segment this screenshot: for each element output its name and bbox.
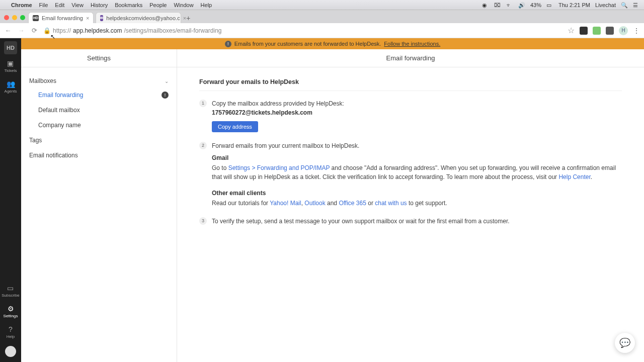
nav-default-mailbox[interactable]: Default mailbox — [21, 103, 177, 118]
menubar-user[interactable]: Livechat — [595, 2, 616, 8]
spotlight-icon[interactable]: 🔍 — [621, 2, 628, 8]
clock[interactable]: Thu 2:21 PM — [558, 2, 590, 8]
tab-email-forwarding[interactable]: HD Email forwarding × — [28, 12, 94, 23]
step2-text: Forward emails from your current mailbox… — [212, 141, 622, 150]
menu-edit[interactable]: Edit — [55, 2, 64, 8]
other-clients-instructions: Read our tutorials for Yahoo! Mail, Outl… — [212, 199, 622, 208]
tab-close-icon[interactable]: × — [86, 15, 89, 21]
app-logo[interactable]: HD — [4, 41, 17, 54]
nav-email-forwarding[interactable]: Email forwarding ! — [21, 87, 177, 103]
page-title: Email forwarding — [177, 49, 644, 67]
settings-title: Settings — [21, 49, 177, 67]
rail-label: Help — [7, 334, 15, 339]
lock-icon: 🔒 — [43, 27, 51, 34]
reload-button[interactable]: ⟳ — [30, 27, 38, 34]
nav-label: Default mailbox — [38, 107, 80, 114]
menu-bookmarks[interactable]: Bookmarks — [115, 2, 142, 8]
user-avatar[interactable] — [5, 346, 16, 357]
chrome-menu-icon[interactable]: ⋮ — [633, 27, 640, 35]
url-host: app.helpdesk.com — [73, 27, 122, 34]
nav-email-notifications[interactable]: Email notifications — [21, 148, 177, 163]
step-number: 2 — [199, 142, 207, 149]
url-field[interactable]: 🔒 https://app.helpdesk.com/settings/mail… — [43, 27, 562, 34]
main-panel: Email forwarding Forward your emails to … — [177, 49, 644, 362]
banner-link[interactable]: Follow the instructions. — [384, 41, 440, 47]
tab-favicon: HD — [33, 15, 39, 21]
subscribe-icon: ▭ — [7, 284, 14, 292]
gmail-settings-link[interactable]: Settings > Forwarding and POP/IMAP — [228, 164, 330, 171]
step1-text: Copy the mailbox address provided by Hel… — [212, 99, 622, 108]
menu-people[interactable]: People — [149, 2, 167, 8]
tab-favicon: ✉ — [100, 15, 103, 21]
yahoo-link[interactable]: Yahoo! Mail — [270, 200, 301, 207]
extension-icon[interactable] — [580, 27, 588, 35]
record-icon[interactable]: ◉ — [482, 2, 489, 8]
maximize-window[interactable] — [20, 15, 25, 20]
rail-label: Tickets — [4, 68, 17, 73]
rail-tickets[interactable]: ▣ Tickets — [4, 59, 17, 73]
office365-link[interactable]: Office 365 — [339, 200, 366, 207]
nav-label: Email forwarding — [38, 92, 83, 99]
group-mailboxes[interactable]: Mailboxes ⌄ — [21, 74, 177, 87]
warning-banner: ! Emails from your customers are not for… — [21, 38, 644, 49]
menu-window[interactable]: Window — [174, 2, 193, 8]
step3-text: To verify the setup, send a test message… — [212, 217, 622, 226]
tab-title: Email forwarding — [42, 15, 83, 21]
rail-label: Subscribe — [2, 293, 20, 298]
forward-button: → — [17, 27, 25, 34]
battery-icon[interactable]: ▭ — [546, 2, 553, 8]
step-1: 1 Copy the mailbox address provided by H… — [199, 99, 622, 132]
profile-avatar[interactable]: H — [619, 26, 628, 35]
close-window[interactable] — [4, 15, 9, 20]
chrome-tabbar: HD Email forwarding × ✉ helpdeskcomvideo… — [0, 10, 644, 23]
menubar-app[interactable]: Chrome — [11, 2, 32, 8]
new-tab-button[interactable]: + — [183, 13, 193, 23]
rail-agents[interactable]: 👥 Agents — [5, 80, 17, 94]
menu-history[interactable]: History — [91, 2, 108, 8]
rail-subscribe[interactable]: ▭ Subscribe — [2, 284, 20, 298]
agents-icon: 👥 — [7, 80, 15, 88]
alert-badge-icon: ! — [162, 92, 169, 99]
screen-icon[interactable]: ⌧ — [494, 2, 501, 8]
chat-with-us-link[interactable]: chat with us — [375, 200, 407, 207]
url-scheme: https:// — [53, 27, 71, 34]
gear-icon: ⚙ — [8, 305, 14, 313]
rail-settings[interactable]: ⚙ Settings — [4, 305, 18, 318]
gmail-instructions: Go to Settings > Forwarding and POP/IMAP… — [212, 163, 622, 182]
chevron-down-icon: ⌄ — [165, 78, 169, 84]
warning-icon: ! — [225, 41, 231, 47]
outlook-link[interactable]: Outlook — [304, 200, 325, 207]
mailbox-address: 1757960272@tickets.helpdesk.com — [212, 108, 622, 117]
list-icon[interactable]: ☰ — [633, 2, 640, 8]
menu-help[interactable]: Help — [201, 2, 212, 8]
rail-help[interactable]: ? Help — [7, 325, 15, 339]
tickets-icon: ▣ — [7, 59, 14, 67]
step-number: 1 — [199, 100, 207, 107]
back-button[interactable]: ← — [4, 27, 12, 34]
gmail-heading: Gmail — [212, 153, 622, 162]
copy-address-button[interactable]: Copy address — [212, 121, 258, 132]
star-icon[interactable]: ☆ — [568, 26, 575, 35]
url-path: /settings/mailboxes/email-forwarding — [124, 27, 221, 34]
wifi-icon[interactable]: ᯤ — [506, 2, 513, 8]
group-label: Mailboxes — [29, 77, 56, 84]
extension-icon[interactable] — [593, 27, 601, 35]
minimize-window[interactable] — [12, 15, 17, 20]
step-2: 2 Forward emails from your current mailb… — [199, 141, 622, 208]
help-center-link[interactable]: Help Center — [558, 173, 590, 180]
live-chat-button[interactable]: 💬 — [615, 333, 635, 353]
window-controls — [3, 15, 28, 23]
help-icon: ? — [9, 325, 13, 333]
menu-view[interactable]: View — [71, 2, 84, 8]
extension-icon[interactable] — [606, 27, 614, 35]
chrome-addressbar: ← → ⟳ 🔒 https://app.helpdesk.com/setting… — [0, 23, 644, 38]
nav-tags[interactable]: Tags — [21, 133, 177, 148]
volume-icon[interactable]: 🔊 — [518, 2, 525, 8]
settings-sidebar: Settings Mailboxes ⌄ Email forwarding ! … — [21, 49, 177, 362]
other-clients-heading: Other email clients — [212, 189, 622, 198]
menu-file[interactable]: File — [39, 2, 48, 8]
rail-label: Agents — [5, 89, 17, 94]
tab-yahoo[interactable]: ✉ helpdeskcomvideos@yahoo.c × — [96, 12, 181, 23]
banner-text: Emails from your customers are not forwa… — [234, 41, 381, 47]
nav-company-name[interactable]: Company name — [21, 118, 177, 133]
